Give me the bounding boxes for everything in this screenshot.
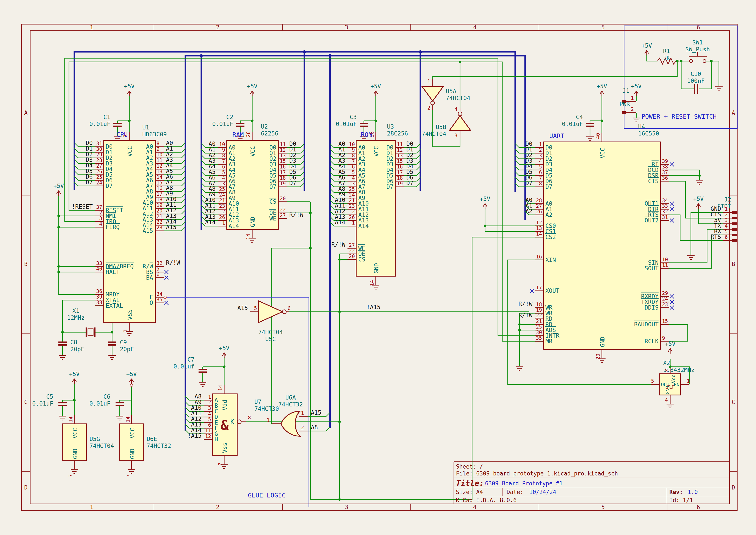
net-label: !A15: [366, 304, 381, 310]
ref-u3: U3: [387, 123, 394, 130]
pin-number: 7: [539, 175, 542, 181]
connector-pad: [732, 239, 737, 242]
pin-name: CTS: [648, 178, 659, 184]
pin-number: 3: [222, 181, 225, 186]
value-r1: 1K: [663, 55, 670, 61]
pin-name: RTS: [711, 234, 721, 240]
pin-number: 6: [725, 234, 728, 240]
pin-number: 18: [156, 197, 163, 202]
plus5v-label: +5V: [480, 195, 490, 202]
pin-number: 12: [205, 434, 211, 439]
pin-name: VCC: [126, 146, 133, 156]
pin-number: 11: [156, 157, 163, 163]
connector-pad: [732, 222, 737, 225]
pin-number: 27: [536, 203, 542, 209]
pin-name: FIRQ: [106, 224, 120, 230]
pin-number: 17: [397, 170, 403, 175]
ref-u7: U7: [255, 398, 261, 405]
pin-number: 29: [662, 290, 668, 296]
pin-number: 5: [156, 266, 159, 271]
pin-name: GND: [249, 216, 256, 227]
pin-number: 12: [156, 163, 163, 169]
pin-number: 7: [68, 474, 73, 477]
net-label: A14: [335, 219, 345, 226]
pin-number: 17: [536, 285, 542, 290]
wire-junction: [338, 310, 341, 313]
pin-name: H: [214, 436, 218, 443]
pin-number: 2: [99, 210, 102, 215]
bus-junction: [200, 54, 203, 57]
pin-number: 1: [687, 378, 690, 384]
connector-pad: [732, 228, 737, 231]
pin-number: 18: [397, 175, 403, 181]
pin-number: 8: [539, 181, 542, 186]
plus5v-label: +5V: [693, 195, 704, 202]
file-label: File: 6309-board-prototype-1.kicad_pro.k…: [456, 470, 618, 477]
gnd-symbol: [666, 404, 674, 408]
bus-junction: [419, 50, 422, 53]
frame-col-label: 4: [473, 504, 477, 510]
ref-u5b: U5B: [436, 124, 446, 130]
value-u5c: 74HCT04: [258, 329, 283, 335]
wire-junction: [338, 498, 341, 501]
pin-number: 16: [397, 164, 403, 170]
pin-number: 10: [349, 142, 355, 147]
pin-number: 10: [662, 257, 668, 262]
wire-junction: [710, 60, 713, 62]
pin-number: 24: [96, 180, 102, 185]
size-label: Size: A4: [456, 489, 483, 495]
frame-col-label: 5: [602, 504, 605, 510]
overline-text: BAUDOUT: [634, 321, 659, 328]
pin-number: 31: [662, 214, 668, 220]
pin-number: 34: [662, 198, 668, 203]
wire: [669, 324, 688, 341]
components: +5V+5V+5V+5V+5V+5V+5V+5V+5V+5V+5V+5V+5VC…: [32, 39, 737, 499]
wire-junction: [601, 120, 603, 122]
pin-number: 19: [280, 181, 286, 186]
pin-number: 2: [631, 106, 634, 112]
section-label-power: POWER + RESET SWITCH: [641, 113, 716, 120]
pin-number: 25: [349, 186, 355, 192]
pin-number: 10: [156, 152, 163, 157]
pin-name: Vcc: [671, 375, 676, 383]
pin-number: 16: [156, 185, 163, 191]
inversion-bubble: [237, 420, 241, 424]
no-connect-x: [165, 301, 168, 305]
wire-junction: [57, 265, 60, 268]
pin-number: 25: [96, 174, 102, 180]
pin-number: 5: [352, 170, 355, 175]
pin-number: 20: [156, 208, 163, 213]
pin-number: 8: [222, 153, 225, 158]
value-c3: 0.01uF: [336, 121, 357, 127]
plus5v-symbol: [127, 91, 131, 96]
pin-name: GND: [72, 448, 78, 459]
pin-name: D7: [545, 183, 553, 190]
ref-u6e: U6E: [147, 436, 157, 442]
frame-row-label: C: [24, 399, 28, 405]
pin-number: 31: [96, 141, 102, 146]
pin-number: 15: [156, 180, 163, 185]
pin-number: 7: [125, 474, 131, 477]
pin-number: 2: [301, 425, 304, 430]
net-label: R/!W: [519, 300, 533, 307]
pin-number: 14: [218, 385, 223, 391]
plus5v-symbol: [72, 379, 76, 384]
value-c9: 20pF: [120, 346, 134, 352]
pin-number: 6: [222, 164, 225, 170]
frame-col-label: 1: [90, 24, 93, 31]
date-label: Date:: [507, 489, 524, 495]
pin-number: 7: [222, 158, 225, 164]
pin-number: 22: [349, 248, 355, 253]
wire-junction: [309, 247, 312, 249]
net-label: A15: [166, 224, 176, 230]
pin-number: 18: [280, 175, 286, 181]
wire-junction: [128, 120, 131, 122]
pin-number: 28: [536, 198, 542, 203]
pin-number: 26: [96, 169, 102, 174]
pin-number: 37: [96, 204, 102, 210]
value-u5a: 74HCT04: [446, 95, 471, 101]
pin-number: 38: [662, 164, 668, 170]
value-u5g: 74HCT04: [90, 442, 114, 449]
crystal-body: [88, 329, 93, 336]
net-label: A14: [205, 219, 216, 226]
